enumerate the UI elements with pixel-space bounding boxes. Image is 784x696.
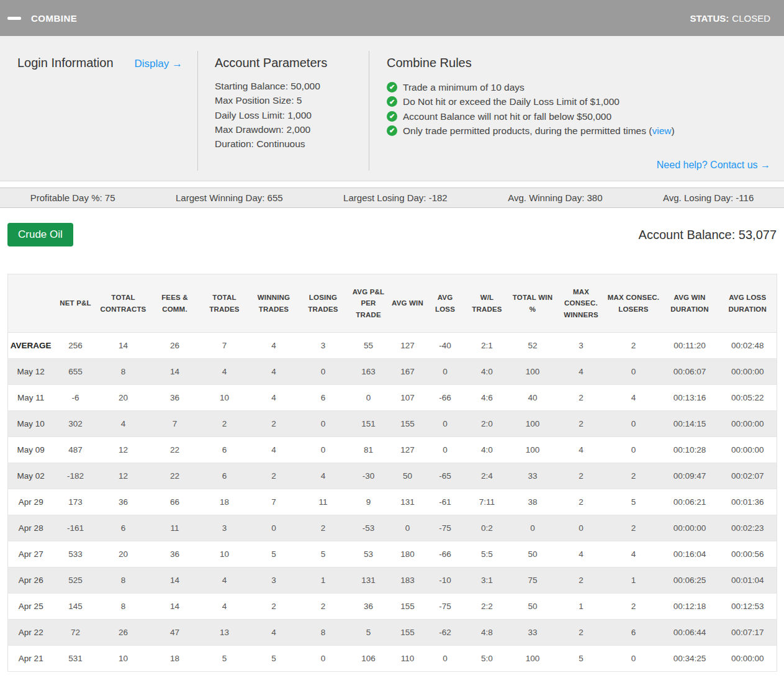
table-cell: 12	[97, 437, 150, 463]
check-icon: ✔	[387, 111, 397, 122]
table-cell: 20	[97, 385, 150, 411]
table-cell: 36	[97, 489, 150, 515]
account-parameters-section: Account Parameters Starting Balance: 50,…	[197, 51, 369, 171]
table-cell: 4:0	[465, 437, 510, 463]
table-cell: 00:02:07	[719, 463, 777, 489]
table-header-row: NET P&LTOTAL CONTRACTSFEES & COMM.TOTAL …	[8, 274, 777, 333]
table-cell: 100	[510, 411, 556, 437]
table-cell: -6	[54, 385, 97, 411]
table-cell: 0	[426, 646, 465, 672]
stat-item: Profitable Day %: 75	[30, 192, 115, 203]
table-cell: 8	[97, 594, 150, 620]
table-cell: 5	[249, 541, 299, 567]
table-cell: 100	[510, 646, 556, 672]
combine-rule-text: Account Balance will not hit or fall bel…	[403, 109, 611, 124]
table-cell: 36	[348, 594, 390, 620]
table-cell: 0	[299, 359, 348, 385]
table-cell: 0	[556, 515, 606, 541]
table-cell: 4	[556, 541, 606, 567]
table-row: Apr 291733666187119131-617:11382500:06:2…	[8, 489, 777, 515]
table-cell: -40	[426, 333, 465, 359]
table-cell: 531	[54, 646, 97, 672]
table-cell: 7	[201, 333, 249, 359]
table-cell: 00:10:28	[661, 437, 719, 463]
combine-rule-text-suffix: )	[671, 124, 674, 138]
table-cell: 2	[606, 333, 661, 359]
table-cell: 5	[606, 489, 661, 515]
column-header-avg-pl-per-trade: AVG P&L PER TRADE	[348, 274, 390, 333]
table-cell: 00:00:00	[719, 437, 777, 463]
table-cell: 00:00:00	[719, 411, 777, 437]
table-cell: 4	[249, 385, 299, 411]
table-cell: 2	[556, 489, 606, 515]
table-cell: 0:2	[465, 515, 510, 541]
table-cell: 4	[249, 333, 299, 359]
table-cell: 72	[54, 620, 97, 646]
table-cell: 38	[510, 489, 556, 515]
combine-rule-text: Do Not hit or exceed the Daily Loss Limi…	[403, 94, 620, 109]
table-row: May 1265581444016316704:01004000:06:0700…	[8, 359, 777, 385]
table-cell: -66	[426, 385, 465, 411]
column-header-avg-win-duration: AVG WIN DURATION	[661, 274, 719, 333]
table-cell: 26	[97, 620, 150, 646]
table-cell: -30	[348, 463, 390, 489]
table-cell: 7	[249, 489, 299, 515]
table-cell: 4	[97, 411, 150, 437]
table-cell: 2	[201, 411, 249, 437]
table-cell: 8	[299, 620, 348, 646]
table-cell: 106	[348, 646, 390, 672]
table-cell: 10	[97, 646, 150, 672]
check-icon: ✔	[387, 96, 397, 107]
table-cell: 00:05:22	[719, 385, 777, 411]
column-header-max-consec-winners: MAX CONSEC. WINNERS	[556, 274, 606, 333]
table-cell: 7:11	[465, 489, 510, 515]
results-table: NET P&LTOTAL CONTRACTSFEES & COMM.TOTAL …	[7, 274, 777, 672]
info-panel: Login Information Display → Account Para…	[0, 36, 784, 181]
table-cell: 00:01:36	[719, 489, 777, 515]
table-cell: 55	[348, 333, 390, 359]
combine-rule-text: Trade a minimum of 10 days	[403, 80, 525, 94]
table-cell: 525	[54, 567, 97, 594]
table-cell: 00:01:04	[719, 567, 777, 594]
table-cell: 8	[97, 359, 150, 385]
table-cell: 5	[556, 646, 606, 672]
table-cell: 173	[54, 489, 97, 515]
combine-rule-item: ✔Account Balance will not hit or fall be…	[387, 109, 774, 124]
column-header-winning-trades: WINNING TRADES	[249, 274, 299, 333]
account-parameter-item: Duration: Continuous	[215, 137, 369, 151]
column-header-total-contracts: TOTAL CONTRACTS	[97, 274, 150, 333]
table-cell: 00:06:44	[661, 620, 719, 646]
table-cell: 00:00:56	[719, 541, 777, 567]
table-cell: 4	[201, 594, 249, 620]
status-label: STATUS:	[690, 13, 729, 24]
table-cell: 36	[150, 385, 201, 411]
table-cell: 26	[150, 333, 201, 359]
table-cell: 3	[249, 567, 299, 594]
table-cell: 4	[201, 567, 249, 594]
contact-us-link[interactable]: Need help? Contact us →	[657, 160, 774, 171]
table-cell: 00:00:00	[661, 515, 719, 541]
display-link[interactable]: Display →	[135, 58, 182, 70]
table-cell: 2	[556, 463, 606, 489]
table-cell: 81	[348, 437, 390, 463]
column-header-wl-trades: W/L TRADES	[465, 274, 510, 333]
table-cell: 155	[390, 411, 426, 437]
table-cell: 00:07:17	[719, 620, 777, 646]
row-label: Apr 25	[8, 594, 54, 620]
combine-rule-item: ✔Do Not hit or exceed the Daily Loss Lim…	[387, 94, 774, 109]
account-parameter-item: Daily Loss Limit: 1,000	[215, 108, 369, 122]
view-link[interactable]: view	[652, 124, 671, 138]
stats-bar: Profitable Day %: 75Largest Winning Day:…	[0, 188, 784, 208]
minimize-icon[interactable]	[7, 17, 21, 20]
column-header-total-trades: TOTAL TRADES	[201, 274, 249, 333]
table-cell: 6	[299, 385, 348, 411]
window-title: COMBINE	[31, 13, 77, 24]
table-cell: 2	[606, 463, 661, 489]
table-cell: 3	[299, 333, 348, 359]
table-cell: 00:16:04	[661, 541, 719, 567]
crude-oil-button[interactable]: Crude Oil	[7, 223, 73, 246]
stat-item: Largest Winning Day: 655	[176, 192, 283, 203]
table-cell: 100	[510, 359, 556, 385]
table-cell: -66	[426, 541, 465, 567]
table-cell: 2	[606, 515, 661, 541]
